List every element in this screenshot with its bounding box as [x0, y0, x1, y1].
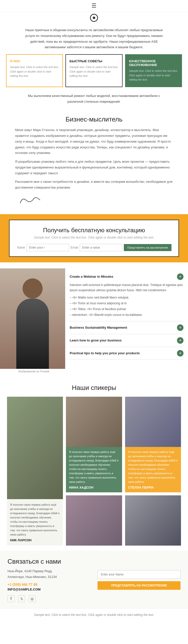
- accordion-header-1[interactable]: Create a Webinar in Minutes +: [70, 273, 183, 280]
- nina-name: НИНА ХАДСОН: [69, 486, 119, 489]
- card-about[interactable]: О НАС Sample text. Click to select the t…: [6, 54, 63, 87]
- accordion-person-image: [0, 268, 65, 369]
- email-input[interactable]: [80, 244, 122, 251]
- business-p2: Я разрабатываю упаковку любого типа и дл…: [15, 159, 173, 176]
- image-caption: Изображение из Freepik: [0, 369, 65, 373]
- extra-right-photo: [125, 495, 181, 546]
- contact-title: Связаться с нами: [8, 558, 90, 565]
- hamburger-icon[interactable]: ☰: [91, 3, 97, 9]
- speakers-section: Наши спикеры Я получил свою первую работ…: [0, 377, 188, 551]
- accordion-image-container: Изображение из Freepik: [0, 268, 65, 373]
- accordion-header-3[interactable]: Learn how to grow your business +: [70, 337, 183, 344]
- acc-plus-2[interactable]: +: [177, 324, 183, 331]
- acc-body-1: Interdum velit euismod in pellentesque m…: [70, 282, 183, 318]
- acc-plus-4[interactable]: +: [177, 350, 183, 357]
- business-p3: Расскажите мне о своих потребностях в ди…: [15, 179, 173, 191]
- accordion-item-2[interactable]: Business Sustainability Management +: [70, 321, 183, 334]
- speaker-nina: Я получил свою первую работу ещё до окон…: [66, 397, 122, 492]
- accordion-header-4[interactable]: Practical tips to help you price your pr…: [70, 350, 183, 357]
- stella-photo: [125, 397, 181, 447]
- accordion-item-1[interactable]: Create a Webinar in Minutes + Interdum v…: [70, 270, 183, 321]
- accordion-section: Изображение из Freepik Create a Webinar …: [0, 262, 188, 377]
- logo: [0, 12, 188, 23]
- nina-text: Я получил свою первую работу ещё до окон…: [69, 450, 119, 484]
- contact-left: Связаться с нами Нью-Йорк, 4140 Паркер Р…: [8, 558, 90, 602]
- acc-bullet-3: – <li> Tellus. <li> Purus ut faucibus pu…: [70, 307, 183, 312]
- card-quality-text: Sample text. Click to select the text bo…: [129, 69, 178, 82]
- consult-title: Получить бесплатную консультацию: [17, 227, 171, 234]
- signature: [17, 194, 43, 208]
- consult-form: Name Email Представлять на рассмотрение: [17, 244, 171, 251]
- header: ☰: [0, 0, 188, 12]
- extra-left-photo: [66, 495, 122, 546]
- card-quality-title: КАЧЕСТВЕННОЕ ОБСЛУЖИВАНИЕ: [129, 59, 178, 67]
- acc-bullet-2: – <li> Tortor at risus viverra adipiscin…: [70, 301, 183, 306]
- nik-name: НИК ЛАРСОН: [10, 538, 60, 542]
- nina-overlay: Я получил свою первую работу ещё до окон…: [66, 447, 122, 492]
- consult-subtitle: Sample text. Click to select the text bo…: [17, 236, 171, 239]
- contact-address: Аллентаун, Нью-Мексико, 31134: [8, 574, 90, 580]
- nik-overlay: Я получил свою первую работу ещё до окон…: [7, 499, 63, 546]
- name-input[interactable]: [27, 244, 69, 251]
- stella-text: Я получил свою первую работу ещё до окон…: [128, 450, 178, 484]
- stella-name: СТЕЛЛА ПЕРРИ: [128, 486, 178, 489]
- card-tips-text: Sample text. Click to select the text bo…: [69, 65, 118, 78]
- name-label: Name: [17, 246, 25, 249]
- facebook-icon[interactable]: f: [8, 595, 15, 602]
- card-about-title: О НАС: [10, 59, 59, 63]
- card-quality[interactable]: КАЧЕСТВЕННОЕ ОБСЛУЖИВАНИЕ Sample text. C…: [125, 54, 182, 87]
- nik-photo: [7, 397, 63, 499]
- acc-plus-3[interactable]: +: [177, 337, 183, 344]
- contact-section: Связаться с нами Нью-Йорк, 4140 Паркер Р…: [0, 551, 188, 608]
- speaker-nik: Я получил свою первую работу ещё до окон…: [7, 397, 63, 546]
- acc-title-3: Learn how to grow your business: [70, 338, 122, 342]
- acc-bullet-1: – <li> Mattis nunc sed blandit libero vo…: [70, 295, 183, 300]
- social-icons: f 𝕏 ◎: [8, 595, 90, 602]
- stella-overlay: Я получил свою первую работу ещё до окон…: [125, 447, 181, 492]
- accordion-item-3[interactable]: Learn how to grow your business +: [70, 334, 183, 347]
- repair-text: Мы выполняем качественный ремонт любых м…: [0, 91, 188, 112]
- business-section: Бизнес-мыслитель Меня зовут Марк Стэнсон…: [0, 111, 188, 212]
- twitter-icon[interactable]: 𝕏: [18, 595, 25, 602]
- accordion-items: Create a Webinar in Minutes + Interdum v…: [65, 268, 188, 373]
- contact-name-input[interactable]: [98, 570, 180, 579]
- acc-title-4: Practical tips to help you price your pr…: [70, 351, 140, 355]
- footer: Sample text. Click to select the text bo…: [0, 608, 188, 621]
- accordion-item-4[interactable]: Practical tips to help you price your pr…: [70, 347, 183, 360]
- card-tips-title: БЫСТРЫЕ СОВЕТЫ: [69, 59, 118, 63]
- card-about-text: Sample text. Click to select the text bo…: [10, 65, 59, 78]
- business-title: Бизнес-мыслитель: [15, 115, 173, 123]
- speakers-grid: Я получил свою первую работу ещё до окон…: [7, 397, 181, 546]
- instagram-icon[interactable]: ◎: [29, 595, 36, 602]
- acc-title-1: Create a Webinar in Minutes: [70, 275, 113, 278]
- speakers-title: Наши спикеры: [7, 384, 181, 392]
- accordion-header-2[interactable]: Business Sustainability Management +: [70, 324, 183, 331]
- business-p1: Меня зовут Марк Стэнсон, я творческий уп…: [15, 127, 173, 156]
- contact-email[interactable]: INFO@SAMPLE.COM: [8, 588, 90, 591]
- cards-row: О НАС Sample text. Click to select the t…: [0, 54, 188, 91]
- intro-text: Наши приятные в общении консультанты по …: [25, 28, 163, 49]
- footer-text: Sample text. Click to select the text bo…: [34, 613, 154, 617]
- consult-section: Получить бесплатную консультацию Sample …: [0, 214, 188, 262]
- consult-inner: Получить бесплатную консультацию Sample …: [9, 220, 179, 257]
- speaker-stella: Я получил свою первую работу ещё до окон…: [125, 397, 181, 492]
- intro-section: Наши приятные в общении консультанты по …: [0, 23, 188, 54]
- contact-right: ПРЕДСТАВЛЯТЬ НА РАССМОТРЕНИЕ: [98, 558, 180, 602]
- card-tips[interactable]: БЫСТРЫЕ СОВЕТЫ Sample text. Click to sel…: [65, 54, 122, 87]
- nina-photo: [66, 397, 122, 447]
- nik-text: Я получил свою первую работу ещё до окон…: [10, 503, 60, 537]
- acc-plus-1[interactable]: +: [177, 273, 183, 280]
- consult-submit-button[interactable]: Представлять на рассмотрение: [124, 244, 171, 251]
- contact-submit-button[interactable]: ПРЕДСТАВЛЯТЬ НА РАССМОТРЕНИЕ: [98, 581, 180, 590]
- contact-city: Нью-Йорк, 4140 Паркер Роуд.: [8, 568, 90, 574]
- email-label: Email: [71, 246, 78, 249]
- contact-phone[interactable]: +1 (559) 666 77 89: [8, 582, 90, 587]
- acc-title-2: Business Sustainability Management: [70, 326, 127, 329]
- acc-bullet-4: – elementum. <li> Blandit turpis cursus …: [70, 312, 183, 318]
- speaker-extra-right: [125, 495, 181, 546]
- speaker-extra-left: [66, 495, 122, 546]
